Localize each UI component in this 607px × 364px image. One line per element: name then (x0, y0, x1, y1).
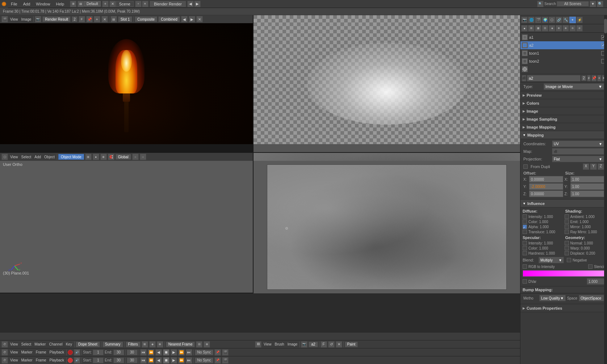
add-screen-btn[interactable]: + (102, 1, 109, 7)
render-del-btn[interactable]: ✕ (101, 16, 108, 22)
dope-select-btn[interactable]: Select (20, 342, 33, 346)
tl2-nosync-dropdown[interactable]: No Sync (195, 357, 214, 363)
negative-checkbox[interactable] (567, 258, 571, 262)
tl2-playback[interactable]: ◀ (155, 357, 162, 364)
offset-y-input[interactable]: -2.00000 (529, 183, 563, 190)
custom-props-header[interactable]: ▶ Custom Properties (520, 304, 607, 312)
vp-tl-view-btn[interactable]: View (9, 17, 19, 21)
rb-type-icon[interactable]: 🖼 (255, 341, 261, 348)
rp-icon-b[interactable]: ⊞ (528, 25, 535, 32)
rp-icon-e[interactable]: ◈ (549, 25, 555, 32)
tl2-stepback[interactable]: ⏪ (148, 357, 154, 364)
render-close-btn[interactable]: ✕ (196, 16, 203, 22)
tex-f-btn[interactable]: F (587, 75, 591, 81)
spec-int-cb[interactable] (523, 241, 527, 245)
screen-type-icon[interactable]: ⊞ (70, 1, 76, 7)
tl2-end-input[interactable]: 30 (113, 357, 124, 363)
image-section-header[interactable]: ▶ Image (520, 107, 607, 115)
rp-icon-a[interactable]: ■ (521, 25, 528, 32)
rp-icon-g[interactable]: ⊗ (562, 25, 569, 32)
rp-scrollbar[interactable] (604, 15, 607, 364)
slot-dropdown[interactable]: Slot 1 (118, 16, 133, 22)
layer-row-a1[interactable]: a1 (520, 33, 607, 41)
tl2-stop[interactable]: ⏹ (163, 357, 169, 364)
tl-play-back-btn[interactable]: ◀ (155, 349, 162, 356)
current-frame-input[interactable]: 30 (127, 350, 138, 355)
del-screen-btn[interactable]: ✕ (109, 1, 116, 7)
rp-icon-object[interactable]: ⬡ (549, 17, 555, 23)
engine-label[interactable]: Blender Render (150, 1, 186, 7)
rp-icon-d[interactable]: ⊟ (542, 25, 548, 32)
tl-jump-end-btn[interactable]: ⏭ (186, 349, 192, 356)
scene-add-btn[interactable]: + (135, 1, 142, 7)
rp-icon-particles[interactable]: ✦ (569, 17, 576, 23)
menu-window[interactable]: Window (33, 1, 53, 7)
dope-icon3[interactable]: ⊕ (157, 341, 163, 348)
vp-tl-type-icon[interactable]: 🎬 (1, 16, 8, 22)
offset-x-input[interactable]: 0.00000 (529, 176, 563, 183)
fromdupli-checkbox[interactable] (523, 164, 528, 169)
tl2-anim[interactable]: 🎬 (222, 357, 229, 364)
tl-view-btn[interactable]: View (9, 350, 19, 354)
displace-cb[interactable] (565, 251, 569, 255)
tl2-jstart[interactable]: ⏮ (140, 357, 147, 364)
rp-icon-scene[interactable]: 🌐 (528, 17, 535, 23)
coordinates-dropdown[interactable]: UV ▼ (552, 141, 604, 147)
colors-section-header[interactable]: ▶ Colors (520, 99, 607, 107)
space-dropdown[interactable]: ObjectSpace (579, 295, 604, 301)
tl2-playback-btn[interactable]: Playback (49, 358, 66, 362)
rp-icon-camera[interactable]: 📷 (521, 17, 528, 23)
dope-view-btn[interactable]: View (9, 342, 19, 346)
tex-icon-1[interactable]: ⬛ (522, 75, 526, 81)
x-btn[interactable]: X (583, 163, 590, 170)
dope-channel-btn[interactable]: Channel (48, 342, 63, 346)
mirror-cb[interactable] (565, 225, 569, 229)
influence-section-header[interactable]: ▼ Influence (520, 200, 607, 208)
tl2-frame-btn[interactable]: Frame (35, 358, 47, 362)
preview-section-header[interactable]: ▶ Preview (520, 91, 607, 99)
tl-step-back-btn[interactable]: ⏪ (148, 349, 154, 356)
blend-dropdown[interactable]: Multiply ▼ (539, 257, 564, 263)
rp-icon-modifiers[interactable]: 🔧 (562, 17, 569, 23)
hardness-cb[interactable] (523, 251, 527, 255)
menu-file[interactable]: File (8, 1, 20, 7)
map-input[interactable]: ⬛ (552, 148, 604, 155)
tl2-rec-btn[interactable] (68, 358, 73, 363)
tex-add-btn[interactable]: + (597, 75, 601, 81)
render-result-field[interactable]: Render Result (42, 16, 71, 22)
rp-icon-render[interactable]: 🎬 (535, 17, 541, 23)
tex-num-display[interactable]: 2 (581, 75, 586, 81)
render-pin-btn[interactable]: 📌 (86, 16, 93, 22)
search-icon[interactable]: 🔍 (597, 1, 603, 7)
tl-rec-btn[interactable] (68, 350, 73, 355)
layer-row-toon2[interactable]: toon2 (520, 57, 607, 65)
dope-icon2[interactable]: ◈ (149, 341, 156, 348)
warp-cb[interactable] (565, 246, 569, 250)
dope-icon1[interactable]: ⊞ (142, 341, 148, 348)
render-f-btn[interactable]: F (79, 16, 85, 22)
dope-marker-btn[interactable]: Marker (33, 342, 47, 346)
start-input[interactable]: 1 (93, 350, 104, 355)
z-btn[interactable]: Z (598, 163, 604, 170)
y-btn[interactable]: Y (590, 163, 597, 170)
tl2-stepfwd[interactable]: ⏩ (178, 357, 185, 364)
vp-tl-cam-icon[interactable]: 📷 (35, 16, 41, 22)
vp-tl-image-btn[interactable]: Image (20, 17, 33, 21)
imgmapping-section-header[interactable]: ▶ Image Mapping (520, 123, 607, 131)
bump-method-dropdown[interactable]: Low Quality ▼ (539, 295, 566, 301)
layer-row-a2[interactable]: a2 (520, 41, 607, 49)
tl-audio-btn[interactable]: 🔊 (74, 349, 80, 356)
tl-anim-icon[interactable]: 🎬 (222, 349, 229, 356)
blender-logo[interactable] (0, 0, 8, 8)
engine-next[interactable]: ▶ (194, 1, 201, 7)
render-next-btn[interactable]: ▶ (189, 16, 195, 22)
scene-del-btn[interactable]: ✕ (142, 1, 148, 7)
combined-dropdown[interactable]: Combined (158, 16, 180, 22)
rb-brush-btn[interactable]: Brush (274, 342, 285, 346)
rb-reload[interactable]: ↺ (328, 341, 335, 348)
rgb-cb[interactable] (523, 264, 527, 269)
tl2-pin[interactable]: 📌 (214, 357, 221, 364)
rp-icon-physics[interactable]: ⚡ (576, 17, 583, 23)
summary-btn[interactable]: Summary (102, 342, 123, 347)
color-diff-cb[interactable] (523, 219, 527, 224)
